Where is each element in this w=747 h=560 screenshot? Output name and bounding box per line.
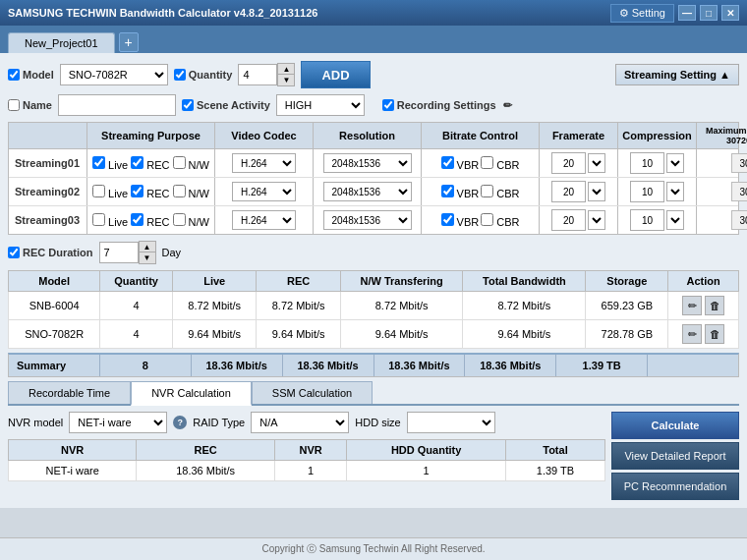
setting-button[interactable]: ⚙ Setting	[610, 4, 674, 23]
recording-settings-icon[interactable]: ✏	[503, 99, 512, 112]
summary-live: 18.36 Mbit/s	[192, 355, 283, 376]
rec-down[interactable]: ▼	[140, 252, 155, 263]
s2-rec[interactable]	[131, 185, 144, 197]
rec-duration-input[interactable]	[99, 242, 139, 263]
hdd-label: HDD size	[355, 417, 400, 428]
col-nw: N/W Transfering	[340, 271, 463, 292]
delete-row2-btn[interactable]: 🗑	[705, 324, 724, 344]
stream2-name: Streaming02	[9, 178, 87, 205]
tab-nvr-calculation[interactable]: NVR Calculation	[131, 381, 252, 406]
add-tab-button[interactable]: +	[119, 32, 139, 52]
main-content: Model SNO-7082R Quantity ▲ ▼ ADD Streami…	[0, 53, 747, 508]
s2-live[interactable]	[92, 185, 105, 197]
s2-fps-select[interactable]: ▼	[588, 182, 605, 201]
qty-input[interactable]	[238, 64, 277, 85]
summary-row: Summary 8 18.36 Mbit/s 18.36 Mbit/s 18.3…	[8, 353, 739, 377]
s2-cbr[interactable]	[481, 185, 493, 197]
s2-vbr[interactable]	[441, 185, 454, 197]
s2-fps-input[interactable]	[551, 181, 586, 202]
s1-codec-select[interactable]: H.264	[232, 153, 296, 173]
stream3-purpose: Live REC N/W	[87, 206, 215, 234]
minimize-button[interactable]: —	[678, 5, 696, 21]
qty-down[interactable]: ▼	[278, 75, 294, 85]
qty-up[interactable]: ▲	[278, 64, 294, 75]
tab-ssm-calculation[interactable]: SSM Calculation	[252, 381, 373, 404]
streaming-setting-button[interactable]: Streaming Setting ▲	[615, 64, 739, 85]
col-storage: Storage	[586, 271, 668, 292]
model-select[interactable]: SNO-7082R	[60, 64, 168, 85]
tab-recordable-time[interactable]: Recordable Time	[8, 381, 131, 404]
s3-cbr[interactable]	[481, 213, 493, 226]
scene-select[interactable]: HIGH MEDIUM LOW	[276, 94, 365, 116]
s2-comp-input[interactable]	[630, 181, 664, 202]
col-total: Total Bandwidth	[463, 271, 586, 292]
stream1-comp: ▼	[618, 149, 697, 177]
stream3-bitrate: VBR CBR	[422, 206, 540, 234]
pc-recommendation-button[interactable]: PC Recommendation	[611, 473, 739, 500]
qty-checkbox[interactable]	[174, 69, 186, 81]
s1-fps-select[interactable]: ▼	[588, 153, 605, 173]
nvr-buttons: Calculate View Detailed Report PC Recomm…	[611, 412, 739, 500]
s3-nw[interactable]	[173, 213, 186, 226]
s1-rec[interactable]	[131, 156, 144, 169]
s2-nw[interactable]	[173, 185, 186, 197]
view-report-button[interactable]: View Detailed Report	[611, 442, 739, 470]
s2-comp-select[interactable]: ▼	[666, 182, 684, 201]
name-input[interactable]	[58, 94, 176, 116]
s1-comp-select[interactable]: ▼	[666, 153, 684, 173]
s1-nw[interactable]	[173, 156, 186, 169]
s3-fps-input[interactable]	[551, 209, 586, 231]
s3-rec[interactable]	[131, 213, 144, 226]
table-row: SNB-6004 4 8.72 Mbit/s 8.72 Mbit/s 8.72 …	[9, 292, 739, 320]
stream2-bitrate: VBR CBR	[422, 178, 540, 205]
s3-res-select[interactable]: 2048x1536	[323, 210, 412, 230]
summary-rec: 18.36 Mbit/s	[283, 355, 374, 376]
s1-comp-input[interactable]	[630, 152, 664, 174]
stream3-res: 2048x1536	[314, 206, 422, 234]
s3-comp-select[interactable]: ▼	[666, 210, 684, 230]
stream1-codec: H.264	[215, 149, 314, 177]
close-button[interactable]: ✕	[721, 5, 739, 21]
raid-label: RAID Type	[193, 417, 245, 428]
nvr-model-select[interactable]: NET-i ware	[69, 412, 167, 433]
recording-checkbox[interactable]	[382, 99, 394, 111]
s2-res-select[interactable]: 2048x1536	[323, 182, 412, 201]
s3-vbr[interactable]	[441, 213, 454, 226]
raid-help-icon[interactable]: ?	[173, 416, 187, 429]
s2-codec-select[interactable]: H.264	[232, 182, 296, 201]
col-action: Action	[668, 271, 739, 292]
add-button[interactable]: ADD	[301, 61, 370, 88]
col-qty: Quantity	[100, 271, 173, 292]
nvr-table-row: NET-i ware 18.36 Mbit/s 1 1 1.39 TB	[9, 461, 605, 481]
s1-fps-input[interactable]	[551, 152, 586, 174]
summary-total: 18.36 Mbit/s	[465, 355, 556, 376]
model-checkbox[interactable]	[8, 69, 20, 81]
rec-up[interactable]: ▲	[140, 242, 155, 252]
summary-label: Summary	[9, 355, 100, 376]
edit-row2-btn[interactable]: ✏	[682, 324, 702, 344]
project-tab[interactable]: New_Project01	[8, 32, 115, 53]
s3-live[interactable]	[92, 213, 105, 226]
edit-row1-btn[interactable]: ✏	[682, 296, 702, 315]
scene-checkbox[interactable]	[182, 99, 194, 111]
name-checkbox[interactable]	[8, 99, 20, 111]
s3-fps-select[interactable]: ▼	[588, 210, 605, 230]
nvr-config-row: NVR model NET-i ware ? RAID Type N/A HDD…	[8, 412, 605, 433]
hdd-select[interactable]	[407, 412, 495, 433]
stream2-fps: ▼	[540, 178, 618, 205]
stream2-codec: H.264	[215, 178, 314, 205]
summary-storage: 1.39 TB	[556, 355, 648, 376]
s1-cbr[interactable]	[481, 156, 493, 169]
model-label-check: Model	[8, 69, 54, 81]
s3-codec-select[interactable]: H.264	[232, 210, 296, 230]
s3-comp-input[interactable]	[630, 209, 664, 231]
rec-checkbox[interactable]	[8, 247, 20, 258]
s1-live[interactable]	[92, 156, 105, 169]
stream2-res: 2048x1536	[314, 178, 422, 205]
delete-row1-btn[interactable]: 🗑	[705, 296, 724, 315]
s1-vbr[interactable]	[441, 156, 454, 169]
maximize-button[interactable]: □	[700, 5, 718, 21]
s1-res-select[interactable]: 2048x1536	[323, 153, 412, 173]
raid-select[interactable]: N/A	[251, 412, 349, 433]
calculate-button[interactable]: Calculate	[611, 412, 739, 439]
